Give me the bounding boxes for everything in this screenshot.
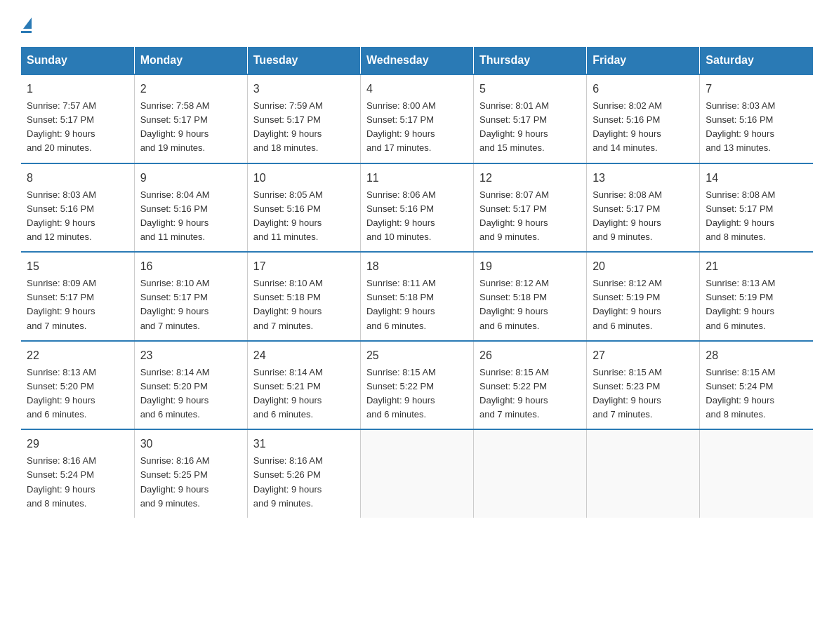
calendar-cell: 7 Sunrise: 8:03 AM Sunset: 5:16 PM Dayli… — [700, 74, 813, 163]
calendar-cell: 23 Sunrise: 8:14 AM Sunset: 5:20 PM Dayl… — [134, 341, 247, 430]
calendar-cell: 25 Sunrise: 8:15 AM Sunset: 5:22 PM Dayl… — [360, 341, 473, 430]
calendar-cell: 20 Sunrise: 8:12 AM Sunset: 5:19 PM Dayl… — [587, 252, 700, 341]
calendar-cell — [360, 429, 473, 518]
day-number: 22 — [27, 347, 128, 364]
day-info: Sunrise: 8:15 AM Sunset: 5:23 PM Dayligh… — [593, 365, 694, 422]
day-header-wednesday: Wednesday — [360, 47, 473, 74]
day-number: 8 — [27, 170, 128, 187]
day-info: Sunrise: 8:15 AM Sunset: 5:24 PM Dayligh… — [706, 365, 807, 422]
day-number: 1 — [27, 81, 128, 98]
day-info: Sunrise: 8:13 AM Sunset: 5:20 PM Dayligh… — [27, 365, 128, 422]
day-number: 3 — [253, 81, 355, 98]
day-number: 30 — [140, 436, 241, 452]
day-info: Sunrise: 8:02 AM Sunset: 5:16 PM Dayligh… — [593, 99, 694, 156]
day-info: Sunrise: 8:08 AM Sunset: 5:17 PM Dayligh… — [593, 188, 694, 245]
calendar-week-row: 8 Sunrise: 8:03 AM Sunset: 5:16 PM Dayli… — [21, 163, 813, 253]
day-info: Sunrise: 8:12 AM Sunset: 5:19 PM Dayligh… — [593, 276, 694, 333]
day-header-tuesday: Tuesday — [247, 47, 360, 74]
calendar-cell: 5 Sunrise: 8:01 AM Sunset: 5:17 PM Dayli… — [474, 74, 587, 163]
day-number: 16 — [140, 258, 241, 275]
calendar-week-row: 29 Sunrise: 8:16 AM Sunset: 5:24 PM Dayl… — [21, 429, 813, 518]
day-info: Sunrise: 8:16 AM Sunset: 5:26 PM Dayligh… — [253, 454, 355, 511]
day-number: 25 — [366, 347, 468, 364]
calendar-cell: 16 Sunrise: 8:10 AM Sunset: 5:17 PM Dayl… — [134, 252, 247, 341]
calendar-cell: 10 Sunrise: 8:05 AM Sunset: 5:16 PM Dayl… — [247, 163, 360, 253]
calendar-cell: 4 Sunrise: 8:00 AM Sunset: 5:17 PM Dayli… — [360, 74, 473, 163]
logo — [21, 14, 32, 33]
day-header-sunday: Sunday — [21, 47, 134, 74]
calendar-cell: 1 Sunrise: 7:57 AM Sunset: 5:17 PM Dayli… — [21, 74, 134, 163]
calendar-cell: 18 Sunrise: 8:11 AM Sunset: 5:18 PM Dayl… — [360, 252, 473, 341]
day-info: Sunrise: 8:08 AM Sunset: 5:17 PM Dayligh… — [706, 188, 807, 245]
day-info: Sunrise: 7:59 AM Sunset: 5:17 PM Dayligh… — [253, 99, 355, 156]
day-info: Sunrise: 8:10 AM Sunset: 5:17 PM Dayligh… — [140, 276, 241, 333]
calendar-cell: 28 Sunrise: 8:15 AM Sunset: 5:24 PM Dayl… — [700, 341, 813, 430]
day-info: Sunrise: 8:03 AM Sunset: 5:16 PM Dayligh… — [27, 188, 128, 245]
day-info: Sunrise: 8:01 AM Sunset: 5:17 PM Dayligh… — [479, 99, 581, 156]
day-info: Sunrise: 8:14 AM Sunset: 5:21 PM Dayligh… — [253, 365, 355, 422]
day-info: Sunrise: 8:09 AM Sunset: 5:17 PM Dayligh… — [27, 276, 128, 333]
day-header-friday: Friday — [587, 47, 700, 74]
day-info: Sunrise: 8:00 AM Sunset: 5:17 PM Dayligh… — [366, 99, 468, 156]
day-info: Sunrise: 8:05 AM Sunset: 5:16 PM Dayligh… — [253, 188, 355, 245]
day-number: 12 — [479, 170, 581, 187]
day-number: 28 — [706, 347, 807, 364]
day-number: 18 — [366, 258, 468, 275]
day-header-thursday: Thursday — [474, 47, 587, 74]
day-number: 10 — [253, 170, 355, 187]
calendar-cell: 22 Sunrise: 8:13 AM Sunset: 5:20 PM Dayl… — [21, 341, 134, 430]
day-number: 11 — [366, 170, 468, 187]
calendar-cell — [474, 429, 587, 518]
day-info: Sunrise: 8:15 AM Sunset: 5:22 PM Dayligh… — [366, 365, 468, 422]
calendar-cell: 24 Sunrise: 8:14 AM Sunset: 5:21 PM Dayl… — [247, 341, 360, 430]
day-number: 17 — [253, 258, 355, 275]
calendar-cell: 27 Sunrise: 8:15 AM Sunset: 5:23 PM Dayl… — [587, 341, 700, 430]
page-header — [21, 14, 813, 33]
day-info: Sunrise: 7:58 AM Sunset: 5:17 PM Dayligh… — [140, 99, 241, 156]
day-info: Sunrise: 8:15 AM Sunset: 5:22 PM Dayligh… — [479, 365, 581, 422]
calendar-cell: 31 Sunrise: 8:16 AM Sunset: 5:26 PM Dayl… — [247, 429, 360, 518]
calendar-cell: 9 Sunrise: 8:04 AM Sunset: 5:16 PM Dayli… — [134, 163, 247, 253]
day-number: 24 — [253, 347, 355, 364]
calendar-week-row: 22 Sunrise: 8:13 AM Sunset: 5:20 PM Dayl… — [21, 341, 813, 430]
day-info: Sunrise: 8:11 AM Sunset: 5:18 PM Dayligh… — [366, 276, 468, 333]
day-number: 5 — [479, 81, 581, 98]
calendar-week-row: 1 Sunrise: 7:57 AM Sunset: 5:17 PM Dayli… — [21, 74, 813, 163]
logo-arrow-icon — [23, 18, 32, 29]
day-number: 6 — [593, 81, 694, 98]
day-number: 26 — [479, 347, 581, 364]
day-info: Sunrise: 8:10 AM Sunset: 5:18 PM Dayligh… — [253, 276, 355, 333]
day-number: 29 — [27, 436, 128, 452]
calendar-cell — [700, 429, 813, 518]
day-number: 2 — [140, 81, 241, 98]
calendar-cell: 11 Sunrise: 8:06 AM Sunset: 5:16 PM Dayl… — [360, 163, 473, 253]
day-number: 20 — [593, 258, 694, 275]
calendar-cell — [587, 429, 700, 518]
calendar-cell: 21 Sunrise: 8:13 AM Sunset: 5:19 PM Dayl… — [700, 252, 813, 341]
calendar-cell: 15 Sunrise: 8:09 AM Sunset: 5:17 PM Dayl… — [21, 252, 134, 341]
day-info: Sunrise: 8:06 AM Sunset: 5:16 PM Dayligh… — [366, 188, 468, 245]
calendar-cell: 13 Sunrise: 8:08 AM Sunset: 5:17 PM Dayl… — [587, 163, 700, 253]
calendar-cell: 29 Sunrise: 8:16 AM Sunset: 5:24 PM Dayl… — [21, 429, 134, 518]
calendar-cell: 2 Sunrise: 7:58 AM Sunset: 5:17 PM Dayli… — [134, 74, 247, 163]
day-number: 4 — [366, 81, 468, 98]
calendar-cell: 26 Sunrise: 8:15 AM Sunset: 5:22 PM Dayl… — [474, 341, 587, 430]
day-number: 31 — [253, 436, 355, 452]
day-info: Sunrise: 8:03 AM Sunset: 5:16 PM Dayligh… — [706, 99, 807, 156]
calendar-cell: 30 Sunrise: 8:16 AM Sunset: 5:25 PM Dayl… — [134, 429, 247, 518]
day-number: 7 — [706, 81, 807, 98]
calendar-cell: 17 Sunrise: 8:10 AM Sunset: 5:18 PM Dayl… — [247, 252, 360, 341]
calendar-cell: 6 Sunrise: 8:02 AM Sunset: 5:16 PM Dayli… — [587, 74, 700, 163]
day-info: Sunrise: 8:13 AM Sunset: 5:19 PM Dayligh… — [706, 276, 807, 333]
calendar-cell: 12 Sunrise: 8:07 AM Sunset: 5:17 PM Dayl… — [474, 163, 587, 253]
day-number: 27 — [593, 347, 694, 364]
calendar-cell: 8 Sunrise: 8:03 AM Sunset: 5:16 PM Dayli… — [21, 163, 134, 253]
day-info: Sunrise: 8:04 AM Sunset: 5:16 PM Dayligh… — [140, 188, 241, 245]
day-info: Sunrise: 8:16 AM Sunset: 5:25 PM Dayligh… — [140, 454, 241, 511]
day-info: Sunrise: 8:12 AM Sunset: 5:18 PM Dayligh… — [479, 276, 581, 333]
calendar-week-row: 15 Sunrise: 8:09 AM Sunset: 5:17 PM Dayl… — [21, 252, 813, 341]
day-number: 23 — [140, 347, 241, 364]
calendar-cell: 19 Sunrise: 8:12 AM Sunset: 5:18 PM Dayl… — [474, 252, 587, 341]
day-number: 13 — [593, 170, 694, 187]
day-number: 19 — [479, 258, 581, 275]
